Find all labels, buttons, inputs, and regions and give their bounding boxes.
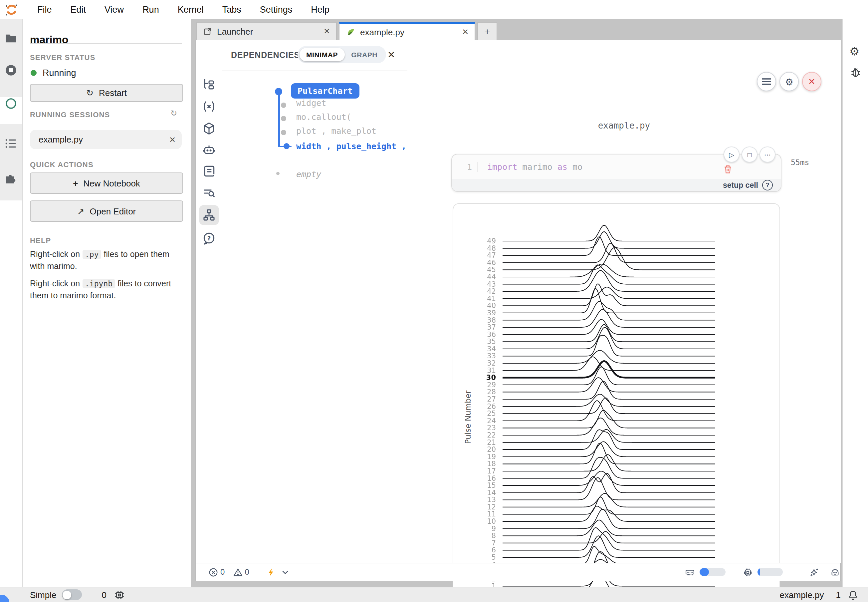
right-activity-bar: ⚙ — [842, 19, 868, 587]
notebook-area: ⚙ ✕ example.py 1 import marimo as mo set… — [407, 40, 841, 563]
bell-icon[interactable] — [847, 589, 859, 600]
new-tab-button[interactable]: + — [477, 22, 497, 41]
svg-text:11: 11 — [487, 510, 496, 518]
svg-text:34: 34 — [487, 345, 496, 353]
svg-text:30: 30 — [486, 373, 496, 382]
table-of-contents-icon[interactable] — [4, 137, 18, 150]
cpu-status-icon[interactable] — [114, 589, 125, 600]
running-kernels-icon[interactable] — [4, 63, 18, 77]
settings-gear-icon[interactable]: ⚙ — [850, 45, 862, 57]
scratchpad-search-icon[interactable] — [202, 186, 216, 200]
menu-bar: File Edit View Run Kernel Tabs Settings … — [0, 0, 868, 19]
status-bar: Simple 0 example.py 1 — [0, 587, 868, 602]
menu-tabs[interactable]: Tabs — [222, 5, 241, 15]
packages-icon[interactable] — [202, 121, 216, 136]
tree-node-dot — [281, 116, 286, 121]
svg-text:20: 20 — [487, 445, 496, 453]
dependencies-header: DEPENDENCIES MINIMAP GRAPH ✕ — [222, 40, 407, 71]
tree-item-plot[interactable]: plot , make_plot — [296, 126, 376, 136]
notebook-menu-button[interactable] — [757, 72, 776, 91]
session-item[interactable]: example.py ✕ — [30, 130, 182, 149]
refresh-sessions-icon[interactable]: ↻ — [170, 109, 177, 118]
kernel-count: 0 — [102, 590, 106, 600]
activity-group-bottom — [0, 124, 22, 200]
copilot-icon[interactable] — [830, 567, 840, 577]
warnings-icon[interactable] — [233, 567, 242, 577]
toggle-graph[interactable]: GRAPH — [345, 48, 384, 61]
menu-edit[interactable]: Edit — [71, 5, 86, 15]
tree-node-dot — [284, 143, 290, 149]
delete-cell-icon[interactable] — [723, 164, 733, 175]
ram-icon — [685, 567, 695, 577]
tab-launcher[interactable]: Launcher ✕ — [196, 22, 337, 40]
close-tab-icon[interactable]: ✕ — [462, 27, 469, 37]
open-editor-button[interactable]: ↗ Open Editor — [30, 200, 183, 222]
dependencies-icon[interactable] — [199, 205, 219, 225]
svg-text:24: 24 — [487, 417, 496, 425]
menu-view[interactable]: View — [104, 5, 124, 15]
restart-button[interactable]: ↻ Restart — [30, 84, 183, 102]
main-dock: Launcher ✕ example.py ✕ + — [191, 19, 841, 587]
tree-item-callout[interactable]: mo.callout( — [296, 112, 351, 122]
svg-text:37: 37 — [487, 323, 496, 331]
app-root: File Edit View Run Kernel Tabs Settings … — [0, 0, 868, 602]
cell-code[interactable]: import marimo as mo — [487, 162, 583, 172]
cell-more-button[interactable]: ⋯ — [759, 146, 776, 163]
close-tab-icon[interactable]: ✕ — [324, 27, 330, 36]
menu-settings[interactable]: Settings — [260, 5, 293, 15]
svg-text:49: 49 — [487, 237, 496, 245]
status-dot — [31, 70, 37, 76]
statusbar-file-name: example.py — [780, 590, 824, 600]
chart-output-card: Pulse Number0204060801001201401601802002… — [452, 203, 780, 602]
svg-text:28: 28 — [487, 388, 496, 396]
tree-connector-line — [278, 91, 280, 147]
stop-cell-button[interactable]: □ — [742, 146, 758, 163]
variables-icon[interactable] — [202, 99, 216, 114]
new-notebook-button[interactable]: + New Notebook — [30, 172, 183, 194]
simple-mode-toggle[interactable] — [62, 589, 82, 600]
close-icon: ✕ — [808, 77, 816, 87]
file-explorer-icon[interactable] — [202, 77, 216, 92]
logs-icon[interactable] — [202, 164, 216, 178]
svg-text:22: 22 — [487, 431, 496, 439]
menu-kernel[interactable]: Kernel — [178, 5, 204, 15]
pulsar-ridgeline-chart: Pulse Number0204060801001201401601802002… — [453, 204, 780, 602]
marimo-ring-icon[interactable] — [4, 97, 18, 111]
run-mode-lightning-icon[interactable] — [267, 567, 276, 577]
errors-icon[interactable] — [209, 567, 218, 577]
toggle-minimap[interactable]: MINIMAP — [299, 48, 345, 61]
help-icon[interactable]: ? — [202, 231, 216, 246]
ipynb-extension-chip: .ipynb — [82, 279, 115, 288]
tree-item-widget[interactable]: widget — [296, 98, 326, 108]
svg-text:39: 39 — [487, 309, 496, 317]
ai-sparkle-icon[interactable] — [810, 567, 819, 577]
ram-usage-meter — [700, 568, 725, 576]
svg-text:27: 27 — [487, 395, 496, 403]
svg-text:18: 18 — [487, 460, 496, 468]
svg-text:43: 43 — [487, 280, 496, 288]
file-browser-icon[interactable] — [4, 31, 18, 45]
notebook-footer: 0 0 — [196, 563, 840, 581]
notebook-settings-button[interactable]: ⚙ — [779, 72, 799, 91]
extensions-icon[interactable] — [4, 171, 18, 185]
setup-help-icon[interactable]: ? — [762, 180, 773, 190]
close-panel-icon[interactable]: ✕ — [387, 49, 395, 60]
tab-example-py[interactable]: example.py ✕ — [339, 22, 475, 40]
shutdown-button[interactable]: ✕ — [802, 72, 821, 91]
chevron-down-icon[interactable] — [281, 567, 291, 577]
svg-text:44: 44 — [487, 273, 496, 281]
close-session-icon[interactable]: ✕ — [169, 135, 176, 144]
menu-file[interactable]: File — [37, 5, 52, 15]
run-cell-button[interactable]: ▷ — [724, 146, 739, 163]
tree-item-pulsarchart[interactable]: PulsarChart — [291, 83, 359, 98]
help-paragraph-2: Right-click on .ipynb files to convert t… — [30, 278, 184, 302]
svg-text:45: 45 — [487, 266, 496, 274]
error-count: 0 — [220, 567, 225, 577]
tree-item-empty[interactable]: empty — [296, 169, 321, 179]
ai-assistant-icon[interactable] — [202, 143, 216, 157]
menu-help[interactable]: Help — [311, 5, 330, 15]
menu-run[interactable]: Run — [143, 5, 159, 15]
py-extension-chip: .py — [82, 250, 101, 259]
debug-bug-icon[interactable] — [850, 66, 862, 78]
svg-text:6: 6 — [492, 546, 496, 554]
